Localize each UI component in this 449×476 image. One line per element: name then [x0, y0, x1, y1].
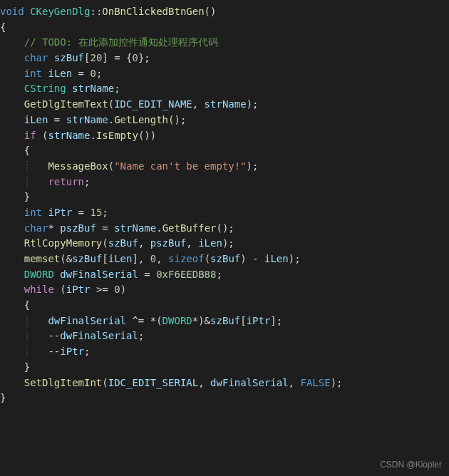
class-name: CKeyGenDlg [30, 6, 90, 17]
watermark: CSDN @Kiopler [380, 458, 442, 472]
todo-comment: // TODO: 在此添加控件通知处理程序代码 [24, 36, 218, 48]
method-name: OnBnClickedBtnGen [102, 6, 204, 17]
code-block: void CKeyGenDlg::OnBnClickedBtnGen() { /… [0, 0, 449, 406]
kw-void: void [0, 6, 24, 17]
